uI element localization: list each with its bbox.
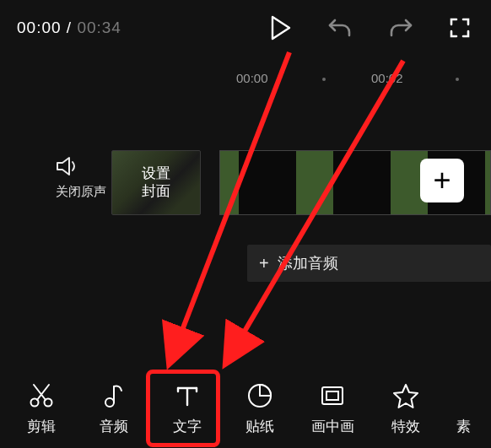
tab-text-label: 文字 [173, 417, 202, 436]
fullscreen-button[interactable] [449, 17, 471, 39]
pip-icon [318, 381, 347, 410]
bottom-toolbar: 剪辑 音频 文字 贴纸 画中画 特效 [0, 381, 491, 436]
redo-button[interactable] [388, 17, 413, 39]
play-button[interactable] [270, 15, 292, 40]
tab-sticker[interactable]: 贴纸 [233, 381, 287, 436]
redo-icon [388, 17, 413, 39]
time-current: 00:00 [17, 19, 62, 36]
ruler-dot [322, 78, 326, 81]
music-note-icon [100, 381, 128, 410]
undo-icon [327, 17, 353, 39]
tab-sticker-label: 贴纸 [246, 417, 274, 436]
tab-material-label: 素 [456, 417, 471, 436]
svg-rect-5 [326, 391, 338, 400]
tab-pip-label: 画中画 [311, 417, 354, 436]
tab-edit-label: 剪辑 [27, 417, 56, 436]
ruler-tick-1: 00:02 [371, 71, 403, 85]
add-audio-label: 添加音频 [278, 253, 338, 273]
scissors-icon [27, 381, 56, 410]
tab-pip[interactable]: 画中画 [305, 381, 359, 436]
ruler-dot [456, 78, 459, 81]
fullscreen-icon [449, 17, 471, 39]
star-icon [391, 381, 420, 410]
timeline-ruler[interactable]: 00:00 00:02 [0, 71, 491, 91]
add-clip-button[interactable]: + [420, 159, 464, 202]
mute-original-audio[interactable]: 关闭原声 [56, 155, 106, 200]
tab-text[interactable]: 文字 [160, 381, 214, 436]
tab-audio-label: 音频 [100, 417, 128, 436]
set-cover-thumb[interactable]: 设置 封面 [111, 150, 201, 215]
track-area[interactable]: 关闭原声 设置 封面 + + 添加音频 [0, 150, 491, 226]
tab-effect-label: 特效 [391, 417, 420, 436]
ruler-tick-0: 00:00 [236, 71, 268, 85]
mute-label: 关闭原声 [56, 184, 106, 200]
material-icon [456, 381, 472, 410]
time-total: 00:34 [77, 19, 121, 36]
add-audio-button[interactable]: + 添加音频 [247, 245, 491, 282]
plus-icon: + [259, 254, 269, 273]
svg-rect-4 [322, 387, 343, 404]
cover-label: 设置 封面 [142, 165, 170, 200]
time-separator: / [62, 19, 78, 36]
undo-button[interactable] [327, 17, 353, 39]
tab-effect[interactable]: 特效 [379, 381, 433, 436]
tab-audio[interactable]: 音频 [87, 381, 141, 436]
play-icon [270, 15, 292, 40]
plus-icon: + [433, 163, 451, 198]
svg-point-2 [105, 398, 114, 407]
text-icon [173, 381, 202, 410]
sticker-icon [246, 381, 274, 410]
tab-edit[interactable]: 剪辑 [14, 381, 68, 436]
speaker-icon [56, 155, 81, 177]
time-display: 00:00 / 00:34 [17, 19, 121, 37]
tab-material[interactable]: 素 [451, 381, 477, 436]
